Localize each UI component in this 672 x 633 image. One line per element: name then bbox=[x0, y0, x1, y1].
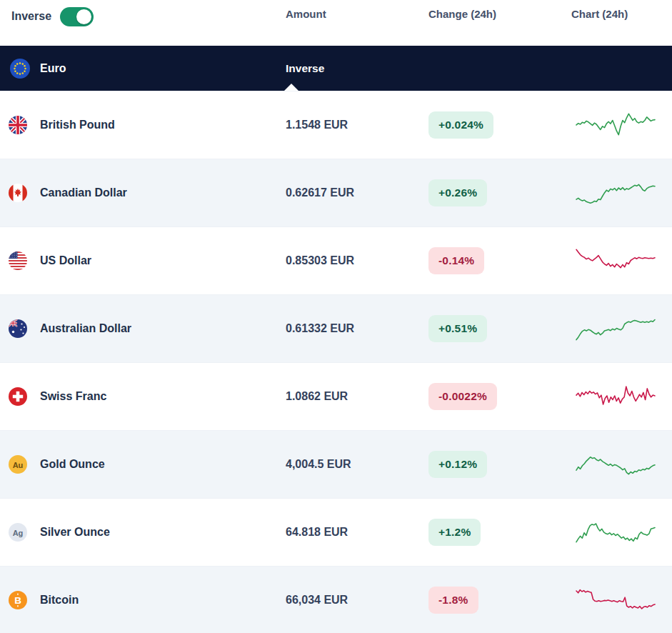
australian-dollar-icon bbox=[9, 319, 27, 338]
change-badge: +0.51% bbox=[428, 315, 487, 342]
base-currency-row[interactable]: Euro Inverse bbox=[0, 46, 672, 91]
column-header-change: Change (24h) bbox=[428, 6, 571, 20]
currency-row[interactable]: British Pound 1.1548 EUR +0.024% bbox=[0, 91, 672, 159]
change-badge: +1.2% bbox=[428, 519, 481, 546]
currency-rows: British Pound 1.1548 EUR +0.024% Canadia… bbox=[0, 91, 672, 633]
currency-name: Silver Ounce bbox=[40, 526, 110, 538]
sparkline-chart bbox=[575, 472, 656, 484]
euro-flag-icon bbox=[10, 59, 30, 79]
amount-value: 66,034 EUR bbox=[286, 594, 348, 606]
sparkline-chart bbox=[575, 539, 656, 552]
inverse-toggle-label: Inverse bbox=[11, 10, 51, 23]
currency-row[interactable]: Canadian Dollar 0.62617 EUR +0.26% bbox=[0, 159, 672, 226]
base-currency-name: Euro bbox=[40, 62, 286, 75]
silver-icon: Ag bbox=[9, 523, 27, 542]
change-badge: -0.0022% bbox=[428, 383, 497, 410]
us-dollar-icon bbox=[9, 251, 27, 270]
currency-name: Australian Dollar bbox=[40, 322, 131, 334]
currency-name: Canadian Dollar bbox=[40, 186, 127, 199]
currency-table: Inverse Amount Change (24h) Chart (24h) … bbox=[0, 0, 672, 633]
amount-value: 64.818 EUR bbox=[286, 526, 348, 538]
currency-name: Gold Ounce bbox=[40, 458, 105, 470]
currency-row[interactable]: Au Gold Ounce 4,004.5 EUR +0.12% bbox=[0, 430, 672, 498]
column-header-amount: Amount bbox=[286, 6, 428, 20]
amount-value: 1.0862 EUR bbox=[286, 390, 348, 402]
canadian-dollar-icon bbox=[9, 184, 27, 202]
svg-text:Au: Au bbox=[13, 461, 24, 469]
sparkline-chart bbox=[575, 607, 656, 619]
currency-row[interactable]: B Bitcoin 66,034 EUR -1.8% bbox=[0, 566, 672, 633]
amount-value: 0.61332 EUR bbox=[286, 322, 354, 334]
swiss-franc-flag-icon bbox=[9, 387, 27, 406]
sparkline-chart bbox=[575, 200, 656, 212]
change-badge: +0.024% bbox=[428, 111, 493, 139]
currency-name: Swiss Franc bbox=[40, 390, 106, 402]
currency-row[interactable]: Australian Dollar 0.61332 EUR +0.51% bbox=[0, 294, 672, 362]
change-badge: -1.8% bbox=[428, 587, 478, 614]
currency-name: US Dollar bbox=[40, 254, 91, 266]
currency-name: British Pound bbox=[40, 119, 115, 131]
bitcoin-icon: B bbox=[9, 591, 27, 609]
change-badge: +0.26% bbox=[428, 179, 487, 206]
currency-row[interactable]: Swiss Franc 1.0862 EUR -0.0022% bbox=[0, 362, 672, 430]
currency-name: Bitcoin bbox=[40, 594, 79, 606]
svg-text:B: B bbox=[14, 595, 21, 606]
sparkline-chart bbox=[575, 132, 656, 144]
amount-value: 4,004.5 EUR bbox=[286, 458, 351, 470]
amount-value: 1.1548 EUR bbox=[286, 119, 348, 131]
inverse-toggle[interactable] bbox=[60, 7, 94, 26]
change-badge: -0.14% bbox=[428, 247, 484, 274]
toggle-knob-icon bbox=[76, 9, 91, 24]
svg-text:Ag: Ag bbox=[13, 529, 24, 537]
sparkline-chart bbox=[575, 336, 656, 348]
column-header-chart: Chart (24h) bbox=[571, 6, 672, 20]
sparkline-chart bbox=[575, 404, 656, 416]
currency-row[interactable]: US Dollar 0.85303 EUR -0.14% bbox=[0, 226, 672, 294]
amount-value: 0.62617 EUR bbox=[286, 186, 354, 199]
amount-value: 0.85303 EUR bbox=[286, 254, 354, 266]
british-pound-flag-icon bbox=[9, 116, 27, 134]
base-amount-mode-label: Inverse bbox=[286, 62, 428, 75]
active-column-pointer bbox=[284, 84, 299, 91]
table-header: Inverse Amount Change (24h) Chart (24h) bbox=[0, 0, 672, 46]
change-badge: +0.12% bbox=[428, 451, 487, 478]
currency-row[interactable]: Ag Silver Ounce 64.818 EUR +1.2% bbox=[0, 498, 672, 566]
gold-flag-icon: Au bbox=[9, 455, 27, 474]
sparkline-chart bbox=[575, 268, 656, 280]
